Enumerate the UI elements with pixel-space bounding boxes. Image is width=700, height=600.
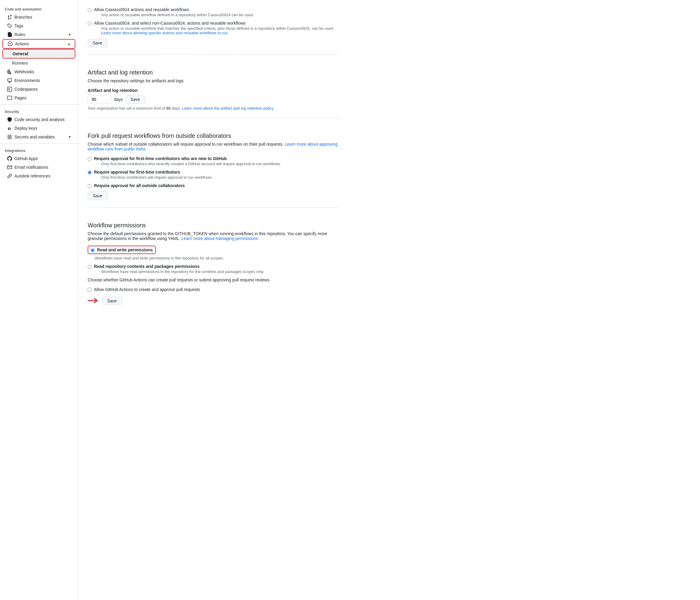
artifact-retention-subsection-label: Artifact and log retention	[88, 88, 339, 93]
artifact-note: Your organization has set a maximum limi…	[88, 106, 339, 111]
fork-first-time-label[interactable]: Require approval for first-time contribu…	[94, 170, 180, 174]
sidebar-item-tags-label: Tags	[15, 23, 23, 28]
read-write-label[interactable]: Read and write permissions	[97, 247, 153, 252]
github-app-icon	[7, 156, 12, 161]
fork-workflows-title: Fork pull request workflows from outside…	[88, 125, 339, 139]
sidebar-section-security: Security Code security and analysis Depl…	[0, 107, 78, 141]
allow-cassius-actions-radio[interactable]	[88, 8, 92, 12]
fork-all-radio[interactable]	[88, 184, 92, 188]
allow-specific-link[interactable]: Learn more about allowing specific actio…	[101, 31, 229, 35]
fork-first-time-radio[interactable]	[88, 171, 92, 174]
fork-new-github-desc: Only first-time contributors who recentl…	[101, 162, 281, 166]
sidebar: Code and automation Branches Tags Rules …	[0, 0, 78, 600]
arrow-right-icon	[88, 297, 100, 305]
artifact-days-label: days	[114, 97, 123, 102]
sidebar-item-runners-label: Runners	[12, 61, 28, 66]
allow-cassius-actions-label[interactable]: Allow Cassius0924 actions and reusable w…	[94, 7, 189, 12]
sidebar-item-runners[interactable]: Runners	[2, 59, 75, 67]
workflow-permissions-title: Workflow permissions	[88, 215, 339, 229]
pull-request-desc: Choose whether GitHub Actions can create…	[88, 278, 339, 282]
sidebar-item-branches[interactable]: Branches	[2, 13, 75, 21]
read-write-radio[interactable]	[91, 248, 95, 252]
sidebar-item-environments[interactable]: Environments	[2, 76, 75, 85]
sidebar-item-email-notifications-label: Email notifications	[15, 165, 48, 170]
workflow-permissions-section: Workflow permissions Choose the default …	[88, 215, 339, 305]
sidebar-item-code-security[interactable]: Code security and analysis	[2, 115, 75, 124]
artifact-policy-link[interactable]: Learn more about the artifact and log re…	[182, 106, 274, 111]
sidebar-item-email-notifications[interactable]: Email notifications	[2, 163, 75, 171]
sidebar-item-webhooks[interactable]: Webhooks	[2, 68, 75, 76]
section-label-code-automation: Code and automation	[0, 5, 78, 13]
sidebar-item-webhooks-label: Webhooks	[15, 69, 34, 74]
fork-workflows-section: Fork pull request workflows from outside…	[88, 125, 339, 200]
fork-new-github-option: Require approval for first-time contribu…	[88, 156, 339, 166]
sidebar-item-codespaces-label: Codespaces	[15, 87, 38, 92]
sidebar-item-pages-label: Pages	[15, 96, 26, 100]
allow-cassius-actions-desc: Any action or reusable workflow defined …	[101, 13, 254, 17]
fork-first-time-desc: Only first-time contributors will requir…	[101, 175, 213, 179]
allow-pr-checkbox[interactable]	[88, 288, 92, 292]
workflow-permissions-link[interactable]: Learn more about managing permissions.	[181, 236, 259, 241]
section-label-security: Security	[0, 107, 78, 115]
allow-cassius-actions-option: Allow Cassius0924 actions and reusable w…	[88, 7, 339, 17]
sidebar-item-deploy-keys[interactable]: Deploy keys	[2, 124, 75, 133]
read-write-desc: Workflows have read and write permission…	[95, 256, 339, 260]
fork-first-time-option: Require approval for first-time contribu…	[88, 170, 339, 179]
artifact-days-input[interactable]	[88, 95, 112, 103]
environment-icon	[7, 78, 12, 83]
allow-cassius-actions-section: Allow Cassius0924 actions and reusable w…	[88, 7, 339, 47]
allow-cassius-select-label[interactable]: Allow Cassius0924, and select non-Cassiu…	[94, 21, 246, 26]
allow-pr-label[interactable]: Allow GitHub Actions to create and appro…	[94, 287, 200, 292]
webhook-icon	[7, 69, 12, 74]
save-button-1[interactable]: Save	[88, 39, 107, 47]
sidebar-item-actions[interactable]: Actions ▴	[3, 40, 75, 48]
artifact-retention-row: days Save	[88, 95, 339, 103]
workflow-save-button[interactable]: Save	[102, 297, 122, 305]
sidebar-item-autolink[interactable]: Autolink references	[2, 172, 75, 180]
sidebar-item-github-apps-label: GitHub Apps	[15, 156, 38, 161]
sidebar-item-general[interactable]: General	[3, 50, 75, 58]
tag-icon	[7, 23, 12, 28]
plus-square-icon	[7, 135, 12, 139]
sidebar-item-rules[interactable]: Rules ▾	[2, 30, 75, 39]
sidebar-item-pages[interactable]: Pages	[2, 94, 75, 102]
key-icon	[7, 126, 12, 130]
read-write-highlighted-box: Read and write permissions	[88, 246, 156, 254]
fork-workflows-desc: Choose which subset of outside collabora…	[88, 142, 339, 151]
sidebar-item-tags[interactable]: Tags	[2, 22, 75, 30]
fork-new-github-label[interactable]: Require approval for first-time contribu…	[94, 156, 227, 161]
sidebar-item-github-apps[interactable]: GitHub Apps	[2, 154, 75, 163]
secrets-chevron: ▾	[69, 135, 71, 139]
artifact-retention-desc: Choose the repository settings for artif…	[88, 78, 339, 83]
actions-chevron: ▴	[68, 42, 70, 46]
sidebar-item-autolink-label: Autolink references	[15, 173, 50, 178]
fork-learn-more-link[interactable]: Learn more about approving workflow runs…	[88, 142, 338, 151]
sidebar-item-code-security-label: Code security and analysis	[15, 117, 65, 122]
save-with-arrow: Save	[88, 297, 339, 305]
allow-cassius-select-desc: Any action or reusable workflow that mat…	[101, 26, 339, 35]
branch-icon	[7, 15, 12, 20]
allow-cassius-select-option: Allow Cassius0924, and select non-Cassiu…	[88, 21, 339, 35]
sidebar-section-integrations: Integrations GitHub Apps Email notificat…	[0, 146, 78, 180]
sidebar-item-deploy-keys-label: Deploy keys	[15, 126, 37, 130]
read-only-label[interactable]: Read repository contents and packages pe…	[94, 264, 200, 269]
read-only-option: Read repository contents and packages pe…	[88, 264, 339, 274]
fork-all-label[interactable]: Require approval for all outside collabo…	[94, 183, 185, 188]
allow-cassius-select-radio[interactable]	[88, 22, 92, 26]
fork-new-github-radio[interactable]	[88, 157, 92, 161]
play-circle-icon	[8, 42, 12, 46]
fork-save-button[interactable]: Save	[88, 192, 107, 200]
codespaces-icon	[7, 87, 12, 92]
pages-icon	[7, 96, 12, 100]
sidebar-item-codespaces[interactable]: Codespaces	[2, 85, 75, 93]
sidebar-item-rules-label: Rules	[15, 32, 25, 37]
sidebar-item-secrets[interactable]: Secrets and variables ▾	[2, 133, 75, 141]
main-content: Allow Cassius0924 actions and reusable w…	[78, 0, 348, 600]
sidebar-section-code-automation: Code and automation Branches Tags Rules …	[0, 5, 78, 102]
artifact-save-button[interactable]: Save	[125, 95, 145, 103]
link-icon	[7, 173, 12, 178]
read-only-radio[interactable]	[88, 265, 92, 269]
email-icon	[7, 165, 12, 170]
sidebar-item-secrets-label: Secrets and variables	[15, 135, 55, 139]
artifact-retention-section: Artifact and log retention Choose the re…	[88, 62, 339, 111]
